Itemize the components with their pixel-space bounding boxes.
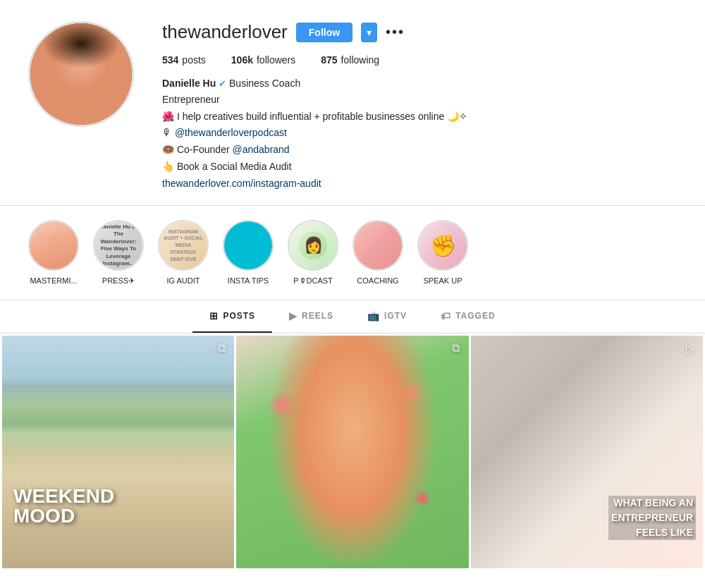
highlight-press-circle: Danielle Hu of The Wanderlover: Five Way… (93, 220, 144, 271)
post-1-image: WEEKEND MOOD ⧉ (2, 336, 234, 568)
igtv-tab-label: IGTV (384, 311, 407, 321)
podcast-image: 👩 (289, 221, 337, 269)
stat-following: 875 following (321, 54, 379, 66)
profile-info: thewanderlover Follow ▾ ••• 534 posts 10… (162, 21, 677, 191)
tab-reels[interactable]: ▶ REELS (272, 300, 350, 333)
following-label: following (341, 54, 379, 66)
verified-icon: ✔ (219, 78, 226, 89)
post-2-image: ⧉ (236, 336, 468, 568)
post1-text-overlay: WEEKEND MOOD (13, 486, 114, 526)
post1-badge-icon: ⧉ (218, 342, 226, 355)
highlight-instatips-circle (223, 220, 274, 271)
highlight-speakup-label: SPEAK UP (423, 276, 462, 285)
post2-badge-icon: ⧉ (452, 342, 460, 355)
post-3-image: WHAT BEING AN ENTREPRENEUR FEELS LIKE ▷ (471, 336, 703, 568)
website-link[interactable]: thewanderlover.com/instagram-audit (162, 178, 321, 189)
highlight-igaudit-circle: INSTAGRAM AUDIT + SOCIAL MEDIA STRATEGY … (158, 220, 209, 271)
highlight-press-label: PRESS✈ (102, 276, 135, 286)
profile-header: thewanderlover Follow ▾ ••• 534 posts 10… (0, 0, 705, 205)
bio-name: Danielle Hu (162, 78, 216, 89)
weekend-text: WEEKEND (13, 486, 114, 506)
tab-posts[interactable]: ⊞ POSTS (192, 300, 272, 333)
donut-icon: 🍩 (162, 144, 174, 155)
avatar-section (28, 21, 134, 191)
posts-grid: WEEKEND MOOD ⧉ ⧉ WH (0, 333, 705, 570)
posts-tab-icon: ⊞ (209, 310, 219, 321)
tab-igtv[interactable]: 📺 IGTV (350, 300, 424, 333)
post3-badge: ▷ (683, 341, 697, 355)
stat-posts: 534 posts (162, 54, 206, 66)
posts-tab-label: POSTS (223, 311, 255, 321)
highlights-section: MASTERMI... Danielle Hu of The Wanderlov… (0, 205, 705, 300)
post3-badge-icon: ▷ (686, 342, 694, 355)
bio-title: Business Coach (229, 78, 300, 89)
highlight-podcast-circle: 👩 (288, 220, 338, 271)
fist-icon: ✊ (430, 233, 456, 258)
stat-followers: 106k followers (231, 54, 295, 66)
mastermind-image (30, 221, 78, 269)
coaching-image (354, 221, 402, 269)
highlight-mastermind-label: MASTERMI... (30, 276, 77, 285)
hand-icon: 👆 (162, 161, 174, 172)
posts-count: 534 (162, 54, 178, 66)
entrepreneur-text1: WHAT BEING AN (608, 496, 696, 510)
podcast-link[interactable]: @thewanderloverpodcast (175, 127, 287, 138)
cofounder-label: Co-Founder (177, 144, 230, 155)
podcast-icon-inner: 👩 (299, 231, 327, 259)
podcast-face-img: 👩 (304, 236, 323, 255)
post2-badge: ⧉ (449, 341, 463, 355)
bio-audit-line: 👆 Book a Social Media Audit (162, 159, 677, 176)
highlight-speakup-circle: ✊ (417, 220, 468, 271)
post-item-1[interactable]: WEEKEND MOOD ⧉ (2, 336, 234, 568)
highlight-coaching-label: COACHING (357, 276, 398, 285)
post-item-3[interactable]: WHAT BEING AN ENTREPRENEUR FEELS LIKE ▷ (471, 336, 703, 568)
tabs-section: ⊞ POSTS ▶ REELS 📺 IGTV 🏷 TAGGED (0, 300, 705, 333)
page-wrapper: thewanderlover Follow ▾ ••• 534 posts 10… (0, 0, 705, 588)
instatips-image (224, 221, 272, 269)
speakup-image: ✊ (419, 221, 467, 269)
highlight-podcast[interactable]: 👩 P🎙DCAST (288, 220, 338, 286)
mood-text: MOOD (13, 506, 114, 526)
audit-text: Book a Social Media Audit (177, 161, 292, 172)
followers-count: 106k (231, 54, 253, 66)
post1-badge: ⧉ (214, 341, 228, 355)
press-image: Danielle Hu of The Wanderlover: Five Way… (94, 221, 142, 269)
profile-stats: 534 posts 106k followers 875 following (162, 54, 677, 66)
following-count: 875 (321, 54, 337, 66)
highlight-mastermind[interactable]: MASTERMI... (28, 220, 79, 286)
highlight-instatips[interactable]: INSTA TIPS (223, 220, 274, 286)
igtv-tab-icon: 📺 (367, 310, 380, 321)
username: thewanderlover (162, 21, 288, 43)
followers-label: followers (257, 54, 295, 66)
bio-role: Entrepreneur (162, 92, 677, 109)
bio-podcast-line: 🎙 @thewanderloverpodcast (162, 125, 677, 142)
highlight-speakup[interactable]: ✊ SPEAK UP (417, 220, 468, 286)
bio-name-row: Danielle Hu ✔ Business Coach (162, 75, 677, 92)
igaudit-image: INSTAGRAM AUDIT + SOCIAL MEDIA STRATEGY … (159, 221, 207, 269)
highlight-coaching-circle (352, 220, 403, 271)
highlight-instatips-label: INSTA TIPS (228, 276, 269, 285)
highlight-igaudit[interactable]: INSTAGRAM AUDIT + SOCIAL MEDIA STRATEGY … (158, 220, 209, 286)
entrepreneur-text2: ENTREPRENEUR (608, 510, 696, 525)
entrepreneur-text3: FEELS LIKE (608, 525, 696, 540)
bio-cofounder-line: 🍩 Co-Founder @andabrand (162, 142, 677, 159)
avatar (28, 21, 134, 127)
follow-button[interactable]: Follow (296, 23, 352, 42)
highlight-mastermind-circle (28, 220, 79, 271)
dropdown-button[interactable]: ▾ (361, 23, 377, 42)
mic-icon: 🎙 (162, 127, 172, 138)
reels-tab-icon: ▶ (289, 310, 298, 321)
andabrand-link[interactable]: @andabrand (232, 144, 289, 155)
post-item-2[interactable]: ⧉ (236, 336, 468, 568)
highlight-podcast-label: P🎙DCAST (293, 276, 333, 285)
post3-text-overlay: WHAT BEING AN ENTREPRENEUR FEELS LIKE (608, 496, 696, 539)
highlight-press[interactable]: Danielle Hu of The Wanderlover: Five Way… (93, 220, 144, 286)
posts-label: posts (182, 54, 205, 66)
more-options-button[interactable]: ••• (386, 24, 405, 40)
profile-top-row: thewanderlover Follow ▾ ••• (162, 21, 677, 43)
highlight-coaching[interactable]: COACHING (352, 220, 403, 286)
tab-tagged[interactable]: 🏷 TAGGED (424, 300, 512, 333)
tagged-tab-icon: 🏷 (441, 310, 451, 321)
profile-bio: Danielle Hu ✔ Business Coach Entrepreneu… (162, 75, 677, 191)
avatar-image (30, 23, 132, 125)
